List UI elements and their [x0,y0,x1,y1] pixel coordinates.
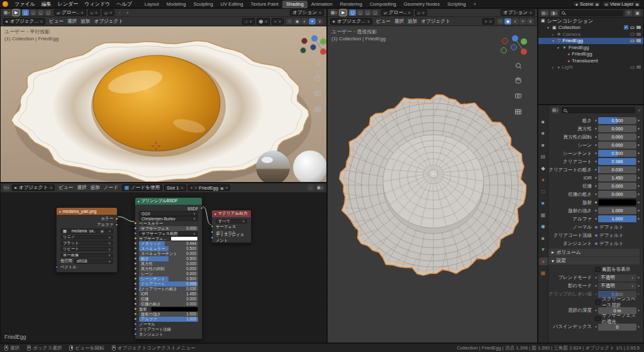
node-slider[interactable]: クリアコート0.986 [139,281,198,286]
shading-options-icon[interactable]: ∨ [527,18,534,25]
snap-selector[interactable]: ∪∨ [88,9,100,16]
overlay-selector[interactable]: ◐∨ [482,18,494,25]
disclosure-triangle-icon[interactable]: ▸ [551,65,555,69]
node-socket[interactable] [55,266,58,269]
animate-dot-icon[interactable] [638,218,640,220]
options-button[interactable]: オプション∨ [290,9,324,16]
node-socket[interactable] [134,292,137,295]
workspace-tab[interactable]: Animation [308,1,336,8]
render-visibility-icon[interactable] [636,39,641,42]
render-visibility-icon[interactable] [636,65,641,69]
node-slider[interactable]: 伝播0.000 [139,297,198,301]
property-field[interactable]: 0 [598,324,636,331]
node-enum[interactable]: リピート∨ [60,247,113,251]
new-material-icon[interactable]: ▣ [220,186,224,190]
property-slider[interactable]: 0.500 [598,291,636,298]
node-socket[interactable] [115,217,118,220]
properties-tab-material[interactable]: ● [539,258,548,265]
node-socket[interactable] [134,322,137,326]
orientation-selector[interactable]: ⇄グロー..∨ [54,9,86,16]
node-socket[interactable] [134,282,137,285]
orientation-selector[interactable]: ⇄グロー..∨ [381,9,413,16]
property-dropdown[interactable]: 不透明∨ [598,275,636,281]
animate-dot-icon[interactable] [638,144,640,146]
node-slider[interactable]: サブサーフェス0.000 [139,226,198,230]
topbar-menu-item[interactable]: ウィンドウ [81,1,113,7]
node-slider[interactable]: スペキュラー0.500 [139,246,198,251]
panel-section-collapsed[interactable]: ▸ボリューム [548,249,640,256]
disclosure-triangle-icon[interactable]: ▾ [546,25,550,30]
editor-menu-item[interactable]: 追加 [79,18,92,24]
property-field[interactable]: 1.000 [598,207,636,214]
node-socket[interactable] [211,230,214,234]
display-mode-icon[interactable]: ◨∨ [550,10,558,16]
shading-rendered-icon[interactable]: ◓ [309,18,316,25]
animate-dot-icon[interactable] [638,169,640,171]
node-enum[interactable]: リニア∨ [60,235,113,239]
property-field[interactable]: 0 m [598,307,636,314]
options-button[interactable]: オプション∨ [501,9,535,16]
workspace-tab[interactable]: Geometry Nodes [400,1,443,8]
visibility-eye-icon[interactable] [630,40,635,43]
scene-selector[interactable]: ◆ Scene ▣ [572,1,601,7]
node-header[interactable]: ▾medama_yaki.png [57,208,117,215]
extra-tool-icon[interactable]: ○ [116,11,122,14]
node-slider[interactable]: 異方性の回転0.000 [139,266,198,271]
data-reference[interactable]: デフォルト [595,241,623,247]
outliner-item[interactable]: ▾▣Collection✓ [538,25,643,31]
workspace-tab[interactable]: Texture Paint [247,1,282,8]
use-nodes-checkbox[interactable]: ✓ノードを使用 [122,185,162,191]
editor-type-icon[interactable]: ▤∨ [541,10,548,16]
select-mode-box-icon[interactable]: ◻ [30,9,36,16]
workspace-tab[interactable]: Scripting [443,1,470,8]
node-socket[interactable] [211,236,214,239]
properties-tab-world[interactable]: ● [539,176,548,184]
snap-selector[interactable]: ∪∨ [415,9,427,16]
editor-menu-item[interactable]: オブジェクト [419,18,452,24]
properties-search-input[interactable] [562,107,635,113]
disclosure-triangle-icon[interactable]: ▸ [551,32,555,37]
select-mode-box-icon[interactable]: ◻ [357,9,364,16]
animate-dot-icon[interactable] [638,152,640,154]
property-field[interactable]: 1.450 [598,174,636,181]
shading-material-preview-icon[interactable]: ◐ [512,18,519,25]
animate-dot-icon[interactable] [638,210,640,212]
shading-solid-icon[interactable]: ◉ [294,18,301,25]
node-socket[interactable] [134,312,137,315]
outliner-search-input[interactable] [560,10,623,16]
render-visibility-icon[interactable] [636,33,641,36]
image-datablock[interactable]: ▦medama_ya..▣× [60,229,113,233]
checkbox[interactable] [595,267,601,273]
node-enum[interactable]: フラット∨ [60,241,113,245]
node-socket[interactable] [134,247,137,250]
properties-tab-tool[interactable]: ■ [539,118,548,125]
node-slider[interactable]: シーンチント0.500 [139,276,198,281]
node-slider[interactable]: IOR1.450 [139,292,198,296]
editor-type-icon[interactable]: ▦∨ [3,9,11,16]
animate-dot-icon[interactable] [638,326,640,328]
property-field[interactable]: 0.000 [598,183,636,190]
new-image-icon[interactable]: ▣ [101,229,104,233]
properties-tab-texture[interactable]: ▦ [539,270,548,277]
node-header[interactable]: ▾マテリアル出力 [212,210,251,217]
shader-type-selector[interactable]: ■オブジェクト∨ [12,185,55,191]
node-canvas[interactable]: ▾medama_yaki.png カラーアルファ▦medama_ya..▣×リニ… [1,193,326,343]
animate-dot-icon[interactable] [638,177,640,179]
shading-rendered-icon[interactable]: ◓ [519,18,526,25]
animate-dot-icon[interactable] [638,202,640,203]
editor-menu-item[interactable]: 選択 [75,185,88,190]
new-view-layer-icon[interactable]: ▣ [635,2,639,6]
select-mode-circle-icon[interactable]: ◻ [364,9,371,16]
shading-wireframe-icon[interactable]: ○ [497,18,504,25]
node-socket[interactable] [134,227,137,230]
animate-dot-icon[interactable] [638,277,640,279]
color-swatch[interactable] [598,199,636,206]
node-socket[interactable] [200,207,203,210]
node-socket[interactable] [134,262,137,265]
editor-menu-item[interactable]: ノード [102,185,120,190]
checkbox[interactable] [595,316,601,322]
property-slider[interactable]: 0.500 [598,150,636,157]
shading-options-icon[interactable]: ∨ [316,18,323,25]
outliner-item[interactable]: ▸◆Camera [538,31,643,38]
extra-tool-icon2[interactable]: ∧ [125,11,131,14]
